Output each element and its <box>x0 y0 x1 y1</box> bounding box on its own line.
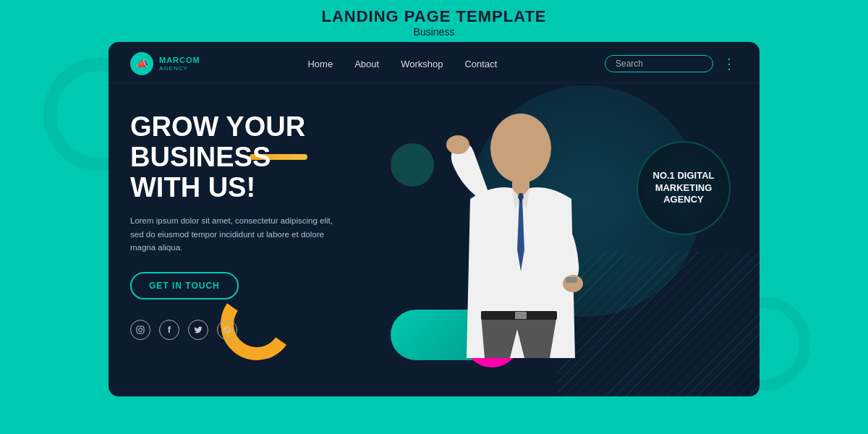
badge-text: NO.1 DIGITAL MARKETING AGENCY <box>653 170 715 207</box>
navbar: 📣 MARCOM AGENCY Home About Workshop Cont… <box>109 42 760 83</box>
hero-heading-line3: WITH US! <box>130 172 255 203</box>
logo-text: MARCOM AGENCY <box>159 56 200 71</box>
logo-name: MARCOM <box>159 56 200 64</box>
whatsapp-icon[interactable] <box>217 320 237 340</box>
nav-workshop[interactable]: Workshop <box>401 59 443 69</box>
logo[interactable]: 📣 MARCOM AGENCY <box>130 52 200 75</box>
hero-section: GROW YOUR BUSINESS WITH US! Lorem ipsum … <box>109 83 760 358</box>
hero-left: GROW YOUR BUSINESS WITH US! Lorem ipsum … <box>130 98 738 358</box>
svg-rect-0 <box>137 326 144 333</box>
search-box[interactable] <box>605 55 713 72</box>
hero-heading-line1: GROW YOUR <box>130 111 305 142</box>
page-subtitle: Business <box>0 26 868 38</box>
page-title: LANDING PAGE TEMPLATE <box>0 7 868 26</box>
page-header: LANDING PAGE TEMPLATE Business <box>0 0 868 42</box>
nav-links: Home About Workshop Contact <box>307 59 497 69</box>
hero-paragraph: Lorem ipsum dolor sit amet, consectetur … <box>130 214 340 254</box>
badge-line2: MARKETING <box>655 182 712 193</box>
instagram-icon[interactable] <box>130 320 150 340</box>
dots-menu-icon[interactable]: ⋮ <box>722 55 738 72</box>
logo-tagline: AGENCY <box>159 65 200 72</box>
landing-card: 📣 MARCOM AGENCY Home About Workshop Cont… <box>109 42 760 396</box>
nav-right: ⋮ <box>605 55 738 72</box>
nav-contact[interactable]: Contact <box>464 59 497 69</box>
twitter-icon[interactable] <box>188 320 208 340</box>
search-input[interactable] <box>616 59 702 69</box>
nav-about[interactable]: About <box>354 59 379 69</box>
nav-home[interactable]: Home <box>307 59 333 69</box>
social-icons: f <box>130 320 738 340</box>
logo-icon: 📣 <box>130 52 153 75</box>
facebook-icon[interactable]: f <box>159 320 179 340</box>
badge-line3: AGENCY <box>663 194 704 205</box>
svg-point-2 <box>142 327 142 328</box>
badge-line1: NO.1 DIGITAL <box>653 170 715 181</box>
hero-heading-line2: BUSINESS <box>130 142 271 172</box>
svg-point-1 <box>139 328 142 331</box>
cta-button[interactable]: GET IN TOUCH <box>130 272 239 299</box>
agency-badge: NO.1 DIGITAL MARKETING AGENCY <box>637 141 731 235</box>
